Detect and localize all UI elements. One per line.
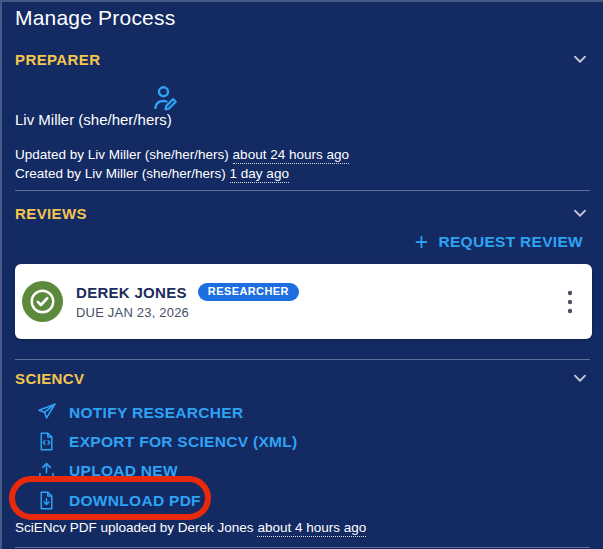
updated-prefix: Updated by Liv Miller (she/her/hers) [15, 147, 229, 162]
upload-new-button[interactable]: UPLOAD NEW [30, 459, 184, 482]
notify-researcher-button[interactable]: NOTIFY RESEARCHER [30, 401, 249, 424]
reviews-header-label: REVIEWS [15, 205, 87, 222]
notify-researcher-label: NOTIFY RESEARCHER [69, 404, 243, 422]
sciencv-section-header[interactable]: SCIENCV [15, 367, 591, 389]
reviewer-info: DEREK JONES RESEARCHER DUE JAN 23, 2026 [76, 283, 547, 320]
reviews-section-header[interactable]: REVIEWS [15, 202, 591, 224]
sciencv-header-label: SCIENCV [15, 370, 84, 387]
sciencv-upload-status: SciENcv PDF uploaded by Derek Jones abou… [15, 520, 366, 535]
manage-process-panel: Manage Process PREPARER Liv Miller (she/… [0, 0, 603, 549]
preparer-name: Liv Miller (she/her/hers) [15, 111, 172, 128]
download-pdf-label: DOWNLOAD PDF [69, 492, 201, 510]
export-sciencv-xml-button[interactable]: EXPORT FOR SCIENCV (XML) [30, 430, 304, 453]
upload-icon [36, 460, 57, 481]
kebab-menu-icon[interactable] [560, 286, 580, 318]
request-review-label: REQUEST REVIEW [438, 233, 583, 251]
page-title: Manage Process [15, 6, 175, 30]
created-line: Created by Liv Miller (she/her/hers) 1 d… [15, 164, 349, 183]
updated-line: Updated by Liv Miller (she/her/hers) abo… [15, 145, 349, 164]
send-icon [36, 402, 57, 423]
xml-file-icon [36, 431, 57, 452]
updated-timestamp[interactable]: about 24 hours ago [233, 147, 349, 164]
created-prefix: Created by Liv Miller (she/her/hers) [15, 166, 226, 181]
upload-new-label: UPLOAD NEW [69, 462, 178, 480]
created-timestamp[interactable]: 1 day ago [230, 166, 289, 183]
reviewer-name: DEREK JONES [76, 284, 187, 301]
file-download-icon [36, 490, 57, 511]
review-due-date: DUE JAN 23, 2026 [76, 305, 547, 320]
plus-icon: + [415, 233, 429, 251]
check-circle-icon [22, 281, 63, 322]
preparer-section-header[interactable]: PREPARER [15, 48, 591, 70]
section-divider [15, 547, 590, 548]
researcher-badge: RESEARCHER [198, 283, 299, 301]
upload-status-timestamp[interactable]: about 4 hours ago [257, 520, 366, 537]
chevron-down-icon[interactable] [569, 48, 591, 70]
edit-preparer-icon[interactable] [151, 83, 181, 113]
chevron-down-icon[interactable] [569, 202, 591, 224]
request-review-button[interactable]: + REQUEST REVIEW [409, 232, 589, 252]
preparer-header-label: PREPARER [15, 51, 100, 68]
section-divider [15, 190, 590, 191]
download-pdf-button[interactable]: DOWNLOAD PDF [30, 489, 207, 512]
chevron-down-icon[interactable] [569, 367, 591, 389]
section-divider [15, 359, 590, 360]
preparer-meta: Updated by Liv Miller (she/her/hers) abo… [15, 145, 349, 183]
review-card: DEREK JONES RESEARCHER DUE JAN 23, 2026 [15, 264, 592, 339]
upload-status-prefix: SciENcv PDF uploaded by Derek Jones [15, 520, 254, 535]
export-sciencv-label: EXPORT FOR SCIENCV (XML) [69, 433, 298, 451]
